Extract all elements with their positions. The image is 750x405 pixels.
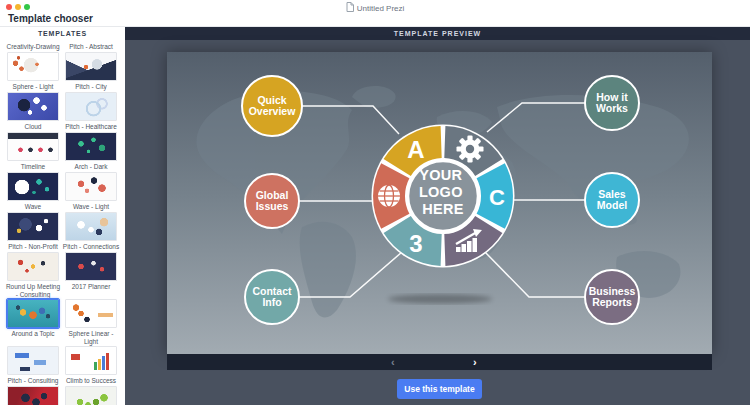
bubble-how-it-works: How itWorks (585, 76, 639, 130)
template-label-row: Creativity-Drawing Pitch - Abstract (0, 43, 125, 50)
template-thumbnail[interactable] (7, 299, 59, 328)
template-item[interactable]: Wave - Light (62, 172, 120, 211)
document-title-text: Untitled Prezi (357, 4, 405, 13)
template-label: Cloud (4, 123, 62, 131)
template-thumbnail[interactable] (7, 212, 59, 241)
template-thumbnail[interactable] (7, 92, 59, 121)
template-label: Around a Topic (4, 330, 62, 338)
template-label: Timeline (4, 163, 62, 171)
template-sidebar[interactable]: TEMPLATES Creativity-Drawing Pitch - Abs… (0, 27, 125, 405)
preview-header: TEMPLATE PREVIEW (125, 27, 750, 40)
template-thumbnail[interactable] (7, 172, 59, 201)
globe-icon (378, 185, 400, 207)
template-label: 2017 Planner (62, 283, 120, 291)
bubble-business-reports: BusinessReports (585, 270, 639, 324)
template-item[interactable]: Pitch - City (62, 52, 120, 91)
template-label: Pitch - Non-Profit (4, 243, 62, 251)
template-thumbnail[interactable] (65, 386, 117, 405)
topic-wheel: A C 3 (372, 125, 515, 268)
template-item[interactable]: Cloud (4, 92, 62, 131)
template-thumbnail[interactable] (7, 346, 59, 375)
window-titlebar: Untitled Prezi Template chooser (0, 0, 750, 27)
template-thumbnail[interactable] (65, 346, 117, 375)
bubble-contact-info: ContactInfo (245, 270, 299, 324)
template-item[interactable]: Wave (4, 172, 62, 211)
template-thumbnail[interactable] (65, 252, 117, 281)
preview-pager: ‹ › (167, 354, 712, 370)
template-item[interactable]: Pitch - Non-Profit (4, 212, 62, 251)
template-item[interactable]: Sphere - Light (4, 52, 62, 91)
center-logo-text: YOUR LOGO HERE (419, 167, 467, 217)
svg-text:GlobalIssues: GlobalIssues (256, 189, 289, 212)
template-item[interactable]: Sales KickOff - Energy (4, 386, 62, 405)
template-item[interactable]: Pitch - Healthcare (62, 92, 120, 131)
bubble-global-issues: GlobalIssues (245, 174, 299, 228)
template-item[interactable]: Arch - Dark (62, 132, 120, 171)
template-thumbnail[interactable] (65, 92, 117, 121)
template-item[interactable]: Climb to Success (62, 346, 120, 385)
segment-letter-a: A (407, 136, 424, 163)
template-item[interactable]: 2017 Planner (62, 252, 120, 298)
template-item[interactable]: Round Up Meeting - Consulting (4, 252, 62, 298)
bubble-quick-overview: QuickOverview (242, 76, 302, 136)
template-thumbnail[interactable] (65, 212, 117, 241)
template-item[interactable]: Company Meeting - Simple (62, 386, 120, 405)
templates-header: TEMPLATES (0, 27, 125, 40)
template-item[interactable]: Pitch - Connections (62, 212, 120, 251)
bubble-sales-model: SalesModel (585, 173, 639, 227)
template-item[interactable]: Pitch - Consulting (4, 346, 62, 385)
segment-number-three: 3 (409, 230, 422, 257)
template-label: Wave - Light (62, 203, 120, 211)
template-thumbnail[interactable] (7, 52, 59, 81)
template-thumbnail[interactable] (7, 132, 59, 161)
preview-slide: A C 3 (167, 52, 712, 354)
previous-page-button[interactable]: ‹ (391, 355, 395, 369)
preview-panel: TEMPLATE PREVIEW (125, 27, 750, 405)
use-template-button[interactable]: Use this template (397, 379, 482, 399)
template-item[interactable]: Timeline (4, 132, 62, 171)
gear-icon (457, 136, 484, 163)
svg-text:SalesModel: SalesModel (597, 188, 627, 211)
template-thumbnail[interactable] (65, 52, 117, 81)
template-label: Pitch - Abstract (62, 43, 120, 50)
template-label: Sphere Linear - Light (62, 330, 120, 345)
template-label: Pitch - Healthcare (62, 123, 120, 131)
template-grid: Sphere - Light Pitch - City Cloud Pitch … (0, 52, 125, 405)
template-thumbnail[interactable] (7, 252, 59, 281)
page-title: Template chooser (8, 13, 93, 24)
template-label: Pitch - Connections (62, 243, 120, 251)
template-label: Round Up Meeting - Consulting (4, 283, 62, 298)
template-thumbnail[interactable] (65, 172, 117, 201)
template-thumbnail[interactable] (65, 132, 117, 161)
template-label: Climb to Success (62, 377, 120, 385)
template-label: Arch - Dark (62, 163, 120, 171)
template-thumbnail[interactable] (7, 386, 59, 405)
template-label: Sphere - Light (4, 83, 62, 91)
next-page-button[interactable]: › (473, 355, 477, 369)
document-icon (346, 2, 354, 12)
template-label: Pitch - Consulting (4, 377, 62, 385)
template-item[interactable]: Around a Topic (4, 299, 62, 345)
svg-text:BusinessReports: BusinessReports (589, 285, 636, 308)
document-title: Untitled Prezi (0, 2, 750, 13)
template-thumbnail[interactable] (65, 299, 117, 328)
svg-text:How itWorks: How itWorks (596, 91, 628, 114)
template-label: Pitch - City (62, 83, 120, 91)
template-label: Creativity-Drawing (4, 43, 62, 50)
template-item[interactable]: Sphere Linear - Light (62, 299, 120, 345)
template-label: Wave (4, 203, 62, 211)
wheel-shadow (388, 295, 492, 304)
segment-letter-c: C (489, 185, 505, 210)
